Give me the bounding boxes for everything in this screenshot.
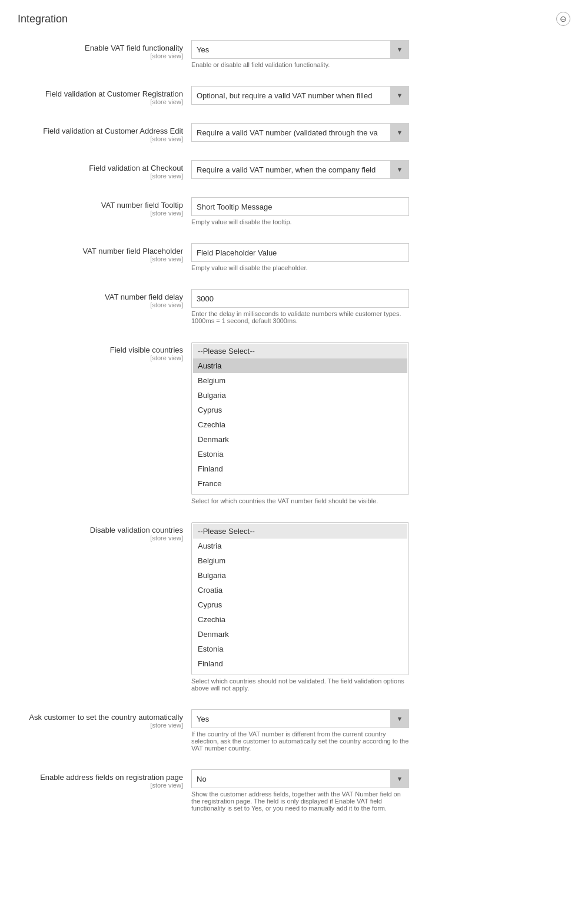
sub-label-ask_country_automatically: [store view] bbox=[18, 722, 183, 729]
sub-label-disable_validation_countries: [store view] bbox=[18, 534, 183, 542]
sub-label-field_validation_checkout: [store view] bbox=[18, 172, 183, 180]
form-row-disable_validation_countries: Disable validation countries[store view]… bbox=[18, 522, 570, 698]
control-col-enable_address_fields: NoYes▼Show the customer address fields, … bbox=[191, 769, 570, 812]
form-row-field_validation_registration: Field validation at Customer Registratio… bbox=[18, 86, 570, 111]
hint-vat_delay: Enter the delay in milliseconds to valid… bbox=[191, 310, 409, 324]
label-field_validation_address_edit: Field validation at Customer Address Edi… bbox=[18, 127, 183, 135]
control-col-vat_placeholder: Empty value will disable the placeholder… bbox=[191, 243, 570, 271]
control-col-field_validation_address_edit: Require a valid VAT number (validated th… bbox=[191, 123, 570, 142]
select-wrapper-field_validation_address_edit: Require a valid VAT number (validated th… bbox=[191, 123, 409, 142]
label-field_validation_checkout: Field validation at Checkout bbox=[18, 164, 183, 172]
sub-label-field_validation_address_edit: [store view] bbox=[18, 135, 183, 142]
select-field_validation_address_edit[interactable]: Require a valid VAT number (validated th… bbox=[191, 123, 409, 142]
form-row-field_validation_address_edit: Field validation at Customer Address Edi… bbox=[18, 123, 570, 148]
hint-field_visible_countries: Select for which countries the VAT numbe… bbox=[191, 497, 409, 504]
control-col-field_validation_checkout: Require a valid VAT number, when the com… bbox=[191, 160, 570, 179]
control-col-field_visible_countries: --Please Select--AustriaBelgiumBulgariaC… bbox=[191, 342, 570, 504]
select-enable_vat[interactable]: YesNo bbox=[191, 40, 409, 59]
hint-ask_country_automatically: If the country of the VAT number is diff… bbox=[191, 730, 409, 752]
form-row-ask_country_automatically: Ask customer to set the country automati… bbox=[18, 709, 570, 758]
hint-enable_vat: Enable or disable all field validation f… bbox=[191, 61, 409, 68]
sub-label-enable_address_fields: [store view] bbox=[18, 782, 183, 789]
integration-form: Enable VAT field functionality[store vie… bbox=[18, 40, 570, 818]
select-wrapper-enable_address_fields: NoYes▼ bbox=[191, 769, 409, 788]
listbox-disable_validation_countries[interactable]: --Please Select--AustriaBelgiumBulgariaC… bbox=[191, 522, 409, 675]
control-col-ask_country_automatically: YesNo▼If the country of the VAT number i… bbox=[191, 709, 570, 752]
sub-label-vat_tooltip: [store view] bbox=[18, 210, 183, 217]
form-row-enable_address_fields: Enable address fields on registration pa… bbox=[18, 769, 570, 818]
sub-label-vat_delay: [store view] bbox=[18, 301, 183, 308]
form-row-vat_tooltip: VAT number field Tooltip[store view]Empt… bbox=[18, 197, 570, 231]
label-vat_placeholder: VAT number field Placeholder bbox=[18, 247, 183, 255]
label-enable_vat: Enable VAT field functionality bbox=[18, 44, 183, 52]
hint-vat_placeholder: Empty value will disable the placeholder… bbox=[191, 264, 409, 271]
hint-disable_validation_countries: Select which countries should not be val… bbox=[191, 677, 409, 692]
sub-label-vat_placeholder: [store view] bbox=[18, 255, 183, 263]
form-row-vat_placeholder: VAT number field Placeholder[store view]… bbox=[18, 243, 570, 277]
label-disable_validation_countries: Disable validation countries bbox=[18, 526, 183, 534]
control-col-enable_vat: YesNo▼Enable or disable all field valida… bbox=[191, 40, 570, 68]
form-row-field_visible_countries: Field visible countries[store view]--Ple… bbox=[18, 342, 570, 510]
input-vat_tooltip[interactable] bbox=[191, 197, 409, 216]
page-title: Integration bbox=[18, 13, 68, 25]
form-row-enable_vat: Enable VAT field functionality[store vie… bbox=[18, 40, 570, 74]
label-vat_delay: VAT number field delay bbox=[18, 293, 183, 301]
label-vat_tooltip: VAT number field Tooltip bbox=[18, 201, 183, 210]
listbox-wrapper-disable_validation_countries: --Please Select--AustriaBelgiumBulgariaC… bbox=[191, 522, 409, 675]
select-enable_address_fields[interactable]: NoYes bbox=[191, 769, 409, 788]
hint-vat_tooltip: Empty value will disable the tooltip. bbox=[191, 218, 409, 225]
hint-enable_address_fields: Show the customer address fields, togeth… bbox=[191, 791, 409, 812]
select-field_validation_registration[interactable]: Optional, but require a valid VAT number… bbox=[191, 86, 409, 105]
collapse-icon: ⊖ bbox=[560, 14, 567, 24]
select-wrapper-enable_vat: YesNo▼ bbox=[191, 40, 409, 59]
select-wrapper-field_validation_registration: Optional, but require a valid VAT number… bbox=[191, 86, 409, 105]
sub-label-enable_vat: [store view] bbox=[18, 52, 183, 59]
select-field_validation_checkout[interactable]: Require a valid VAT number, when the com… bbox=[191, 160, 409, 179]
sub-label-field_validation_registration: [store view] bbox=[18, 98, 183, 105]
collapse-button[interactable]: ⊖ bbox=[556, 12, 570, 26]
select-wrapper-field_validation_checkout: Require a valid VAT number, when the com… bbox=[191, 160, 409, 179]
select-ask_country_automatically[interactable]: YesNo bbox=[191, 709, 409, 728]
control-col-field_validation_registration: Optional, but require a valid VAT number… bbox=[191, 86, 570, 105]
form-row-field_validation_checkout: Field validation at Checkout[store view]… bbox=[18, 160, 570, 185]
listbox-wrapper-field_visible_countries: --Please Select--AustriaBelgiumBulgariaC… bbox=[191, 342, 409, 495]
listbox-field_visible_countries[interactable]: --Please Select--AustriaBelgiumBulgariaC… bbox=[191, 342, 409, 495]
control-col-vat_delay: Enter the delay in milliseconds to valid… bbox=[191, 289, 570, 324]
form-row-vat_delay: VAT number field delay[store view]Enter … bbox=[18, 289, 570, 330]
label-field_visible_countries: Field visible countries bbox=[18, 346, 183, 354]
input-vat_delay[interactable] bbox=[191, 289, 409, 308]
control-col-vat_tooltip: Empty value will disable the tooltip. bbox=[191, 197, 570, 225]
sub-label-field_visible_countries: [store view] bbox=[18, 354, 183, 361]
label-field_validation_registration: Field validation at Customer Registratio… bbox=[18, 89, 183, 98]
control-col-disable_validation_countries: --Please Select--AustriaBelgiumBulgariaC… bbox=[191, 522, 570, 692]
label-ask_country_automatically: Ask customer to set the country automati… bbox=[18, 713, 183, 722]
select-wrapper-ask_country_automatically: YesNo▼ bbox=[191, 709, 409, 728]
input-vat_placeholder[interactable] bbox=[191, 243, 409, 262]
label-enable_address_fields: Enable address fields on registration pa… bbox=[18, 773, 183, 782]
